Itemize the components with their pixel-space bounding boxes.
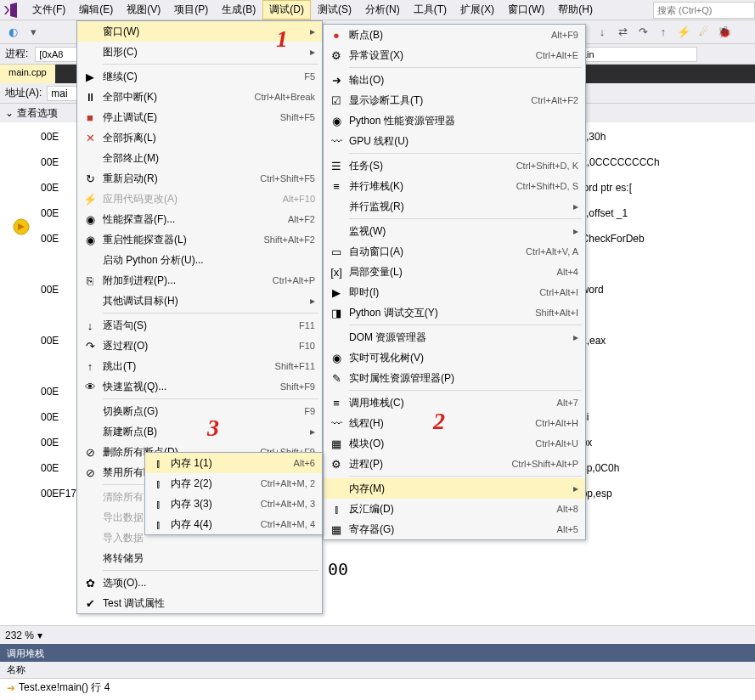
menu-item[interactable]: ☑显示诊断工具(T)Ctrl+Alt+F2 xyxy=(324,90,585,110)
menu-separator xyxy=(349,67,582,68)
menu-item[interactable]: ≡调用堆栈(C)Alt+7 xyxy=(324,392,585,413)
menu-item-icon: ≡ xyxy=(327,180,346,193)
menu-item[interactable]: ■停止调试(E)Shift+F5 xyxy=(77,107,322,127)
menu-item[interactable]: ✕全部拆离(L) xyxy=(77,127,322,148)
menu-item-shortcut: Ctrl+Alt+V, A xyxy=(512,246,578,257)
menu-item[interactable]: ●断点(B)Alt+F9 xyxy=(324,25,585,45)
menu-item[interactable]: ⎘附加到进程(P)...Ctrl+Alt+P xyxy=(77,270,322,291)
menu-item-shortcut: F10 xyxy=(285,341,315,351)
menu-item[interactable]: ▶即时(I)Ctrl+Alt+I xyxy=(324,282,585,302)
menu-item[interactable]: 窗口(W)▸ xyxy=(77,21,322,42)
menu-help[interactable]: 帮助(H) xyxy=(551,0,600,20)
menu-item[interactable]: 新建断点(B)▸ xyxy=(77,421,322,442)
menu-item-icon: ⫿ xyxy=(149,457,167,470)
menu-item-icon: ↓ xyxy=(81,319,99,332)
menu-item[interactable]: ✿选项(O)... xyxy=(77,573,322,593)
process-input[interactable] xyxy=(35,47,77,62)
menu-item[interactable]: ◉实时可视化树(V) xyxy=(324,347,585,368)
menu-item[interactable]: 〰线程(H)Ctrl+Alt+H xyxy=(324,413,585,433)
menu-view[interactable]: 视图(V) xyxy=(120,0,167,20)
menu-item[interactable]: ≡并行堆栈(K)Ctrl+Shift+D, S xyxy=(324,176,585,196)
callstack-row-external[interactable]: [外部代码] xyxy=(0,697,755,700)
menu-item-label: 异常设置(X) xyxy=(346,48,522,63)
menu-item[interactable]: ◨Python 调试交互(Y)Shift+Alt+I xyxy=(324,302,585,323)
menu-item[interactable]: ⫿内存 3(3)Ctrl+Alt+M, 3 xyxy=(145,494,322,514)
menu-item-icon: ◉ xyxy=(81,234,99,246)
menu-item[interactable]: ➜输出(O) xyxy=(324,70,585,90)
menu-item[interactable]: ⫿内存 4(4)Ctrl+Alt+M, 4 xyxy=(145,514,322,534)
menu-separator xyxy=(349,325,582,325)
menu-item[interactable]: ☰任务(S)Ctrl+Shift+D, K xyxy=(324,155,585,176)
menu-item[interactable]: [x]局部变量(L)Alt+4 xyxy=(324,262,585,282)
chevron-down-icon: ⌄ xyxy=(5,107,14,119)
menu-item[interactable]: ◉重启性能探查器(L)Shift+Alt+F2 xyxy=(77,229,322,250)
menu-item[interactable]: 内存(M)▸ xyxy=(324,478,585,499)
menu-item[interactable]: 监视(W)▸ xyxy=(324,221,585,241)
menu-item[interactable]: ▦模块(O)Ctrl+Alt+U xyxy=(324,433,585,454)
menu-item[interactable]: ↷逐过程(O)F10 xyxy=(77,336,322,356)
menu-item[interactable]: ◉Python 性能资源管理器 xyxy=(324,110,585,131)
menu-item[interactable]: 将转储另 xyxy=(77,548,322,568)
tool-icon-5[interactable]: ⚡ xyxy=(676,25,691,40)
menu-item[interactable]: 并行监视(R)▸ xyxy=(324,196,585,217)
menu-edit[interactable]: 编辑(E) xyxy=(72,0,120,20)
menu-item-label: 附加到进程(P)... xyxy=(99,274,259,288)
menu-item[interactable]: ▭自动窗口(A)Ctrl+Alt+V, A xyxy=(324,241,585,262)
menu-item[interactable]: DOM 资源管理器▸ xyxy=(324,327,585,347)
menu-project[interactable]: 项目(P) xyxy=(167,0,215,20)
menu-item[interactable]: ⫿内存 2(2)Ctrl+Alt+M, 2 xyxy=(145,473,322,494)
menu-item[interactable]: ▶继续(C)F5 xyxy=(77,66,322,87)
menu-window[interactable]: 窗口(W) xyxy=(501,0,551,20)
menu-item[interactable]: 切换断点(G)F9 xyxy=(77,401,322,421)
menu-item[interactable]: ⚙异常设置(X)Ctrl+Alt+E xyxy=(324,45,585,65)
menu-item[interactable]: 全部终止(M) xyxy=(77,148,322,168)
menu-item[interactable]: 图形(C)▸ xyxy=(77,42,322,62)
menu-item-label: 断点(B) xyxy=(346,28,538,42)
menu-item[interactable]: 其他调试目标(H)▸ xyxy=(77,291,322,311)
menu-item[interactable]: ✔Test 调试属性 xyxy=(77,593,322,613)
menu-item[interactable]: 启动 Python 分析(U)... xyxy=(77,250,322,270)
menu-item[interactable]: ↑跳出(T)Shift+F11 xyxy=(77,356,322,376)
menu-item-label: 切换断点(G) xyxy=(99,404,290,419)
back-icon[interactable]: ◐ xyxy=(5,25,20,40)
menu-file[interactable]: 文件(F) xyxy=(25,0,72,20)
menu-item[interactable]: ⏸全部中断(K)Ctrl+Alt+Break xyxy=(77,87,322,107)
func-input[interactable] xyxy=(570,47,697,62)
tool-icon-3[interactable]: ↷ xyxy=(635,25,651,40)
menu-item[interactable]: ↓逐语句(S)F11 xyxy=(77,315,322,336)
dropdown-icon[interactable]: ▾ xyxy=(25,25,41,40)
zoom-dropdown-icon[interactable]: ▾ xyxy=(37,629,42,641)
menu-extensions[interactable]: 扩展(X) xyxy=(454,0,501,20)
menu-item[interactable]: 〰GPU 线程(U) xyxy=(324,131,585,151)
tool-icon-1[interactable]: ↓ xyxy=(594,25,610,40)
zoom-value[interactable]: 232 % xyxy=(5,629,34,641)
menu-test[interactable]: 测试(S) xyxy=(311,0,358,20)
menu-tools[interactable]: 工具(T) xyxy=(407,0,454,20)
menu-build[interactable]: 生成(B) xyxy=(215,0,262,20)
menu-item[interactable]: ◉性能探查器(F)...Alt+F2 xyxy=(77,209,322,229)
menu-item[interactable]: ▦寄存器(G)Alt+5 xyxy=(324,519,585,539)
tool-icon-6[interactable]: ☄ xyxy=(696,25,712,40)
menu-item-shortcut: F5 xyxy=(290,71,315,82)
menu-item[interactable]: ⫿反汇编(D)Alt+8 xyxy=(324,499,585,519)
tool-icon-4[interactable]: ↑ xyxy=(656,25,671,40)
tool-icon-2[interactable]: ⇄ xyxy=(615,25,630,40)
menu-item-label: 性能探查器(F)... xyxy=(99,212,274,227)
menu-item[interactable]: ⫿内存 1(1)Alt+6 xyxy=(145,453,322,473)
search-input[interactable] xyxy=(653,2,755,19)
menu-item[interactable]: 👁快速监视(Q)...Shift+F9 xyxy=(77,376,322,397)
menu-item[interactable]: ⚙进程(P)Ctrl+Shift+Alt+P xyxy=(324,454,585,474)
menu-debug[interactable]: 调试(D) xyxy=(262,0,311,20)
callstack-row[interactable]: ➜ Test.exe!main() 行 4 xyxy=(0,679,755,697)
menu-item-shortcut: F9 xyxy=(290,406,315,416)
menu-item[interactable]: ✎实时属性资源管理器(P) xyxy=(324,368,585,388)
menu-item[interactable]: ↻重新启动(R)Ctrl+Shift+F5 xyxy=(77,168,322,189)
menu-analyze[interactable]: 分析(N) xyxy=(358,0,407,20)
menu-item-icon: ✔ xyxy=(81,597,99,610)
tool-icon-7[interactable]: 🐞 xyxy=(717,25,732,40)
menu-item-shortcut: Ctrl+Alt+U xyxy=(521,438,578,449)
current-frame-arrow-icon: ➜ xyxy=(7,682,15,694)
menu-item-icon: ◨ xyxy=(327,307,346,319)
file-tab[interactable]: main.cpp xyxy=(0,65,55,83)
menu-item-label: 任务(S) xyxy=(346,159,503,173)
